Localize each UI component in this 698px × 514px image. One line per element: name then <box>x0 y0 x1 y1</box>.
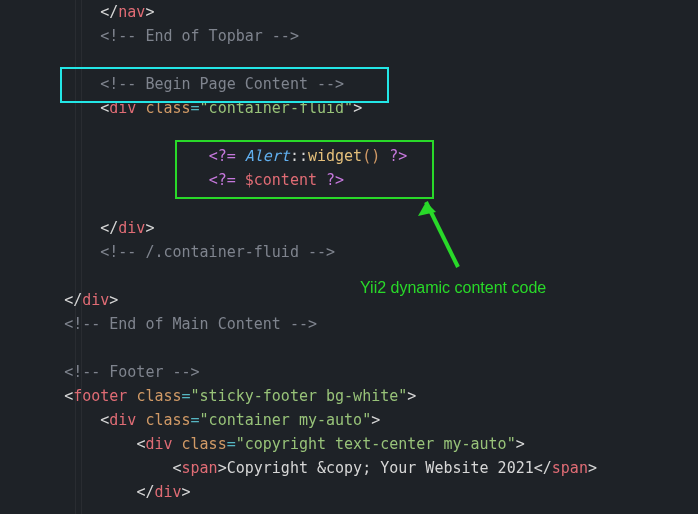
tag-nav: nav <box>118 3 145 21</box>
attr-class: class <box>182 435 227 453</box>
string-val: "container my-auto" <box>200 411 372 429</box>
php-var: $content <box>245 171 317 189</box>
annotation-label: Yii2 dynamic content code <box>360 275 546 301</box>
code-line[interactable]: <div class="container my-auto"> <box>28 408 698 432</box>
php-func: widget <box>308 147 362 165</box>
indent-guide <box>75 0 76 514</box>
string-val: "sticky-footer bg-white" <box>191 387 408 405</box>
code-line[interactable] <box>28 192 698 216</box>
string-val: "container-fluid" <box>200 99 354 117</box>
code-line[interactable] <box>28 120 698 144</box>
code-editor[interactable]: </nav> <!-- End of Topbar --> <!-- Begin… <box>0 0 698 504</box>
php-close: ?> <box>326 171 344 189</box>
string-val: "copyright text-center my-auto" <box>236 435 516 453</box>
attr-class: class <box>145 411 190 429</box>
indent-guide <box>81 0 82 514</box>
tag-div: div <box>82 291 109 309</box>
code-line[interactable] <box>28 336 698 360</box>
code-line[interactable]: <!-- End of Main Content --> <box>28 312 698 336</box>
php-open: <?= <box>209 171 236 189</box>
code-line[interactable]: <!-- /.container-fluid --> <box>28 240 698 264</box>
code-line[interactable]: <span>Copyright &copy; Your Website 2021… <box>28 456 698 480</box>
attr-class: class <box>145 99 190 117</box>
php-parens: () <box>362 147 380 165</box>
comment: <!-- Footer --> <box>64 363 199 381</box>
code-line[interactable]: <!-- Footer --> <box>28 360 698 384</box>
code-line[interactable]: <div class="copyright text-center my-aut… <box>28 432 698 456</box>
comment: <!-- End of Topbar --> <box>100 27 299 45</box>
code-line[interactable]: <!-- Begin Page Content --> <box>28 72 698 96</box>
tag-div: div <box>118 219 145 237</box>
tag-div: div <box>145 435 172 453</box>
php-open: <?= <box>209 147 236 165</box>
code-line[interactable]: <?= $content ?> <box>28 168 698 192</box>
comment: <!-- Begin Page Content --> <box>100 75 344 93</box>
tag-span: span <box>552 459 588 477</box>
code-line[interactable]: <?= Alert::widget() ?> <box>28 144 698 168</box>
comment: <!-- /.container-fluid --> <box>100 243 335 261</box>
text-content: Copyright &copy; Your Website 2021 <box>227 459 534 477</box>
tag-span: span <box>182 459 218 477</box>
tag-div: div <box>154 483 181 501</box>
code-line[interactable]: <footer class="sticky-footer bg-white"> <box>28 384 698 408</box>
code-line[interactable]: </nav> <box>28 0 698 24</box>
php-class: Alert <box>245 147 290 165</box>
attr-class: class <box>136 387 181 405</box>
tag-div: div <box>109 411 136 429</box>
php-close: ?> <box>389 147 407 165</box>
code-line[interactable]: <!-- End of Topbar --> <box>28 24 698 48</box>
code-line[interactable]: </div> <box>28 480 698 504</box>
tag-div: div <box>109 99 136 117</box>
comment: <!-- End of Main Content --> <box>64 315 317 333</box>
code-line[interactable]: <div class="container-fluid"> <box>28 96 698 120</box>
code-line[interactable]: </div> <box>28 216 698 240</box>
code-line[interactable] <box>28 48 698 72</box>
php-op: :: <box>290 147 308 165</box>
